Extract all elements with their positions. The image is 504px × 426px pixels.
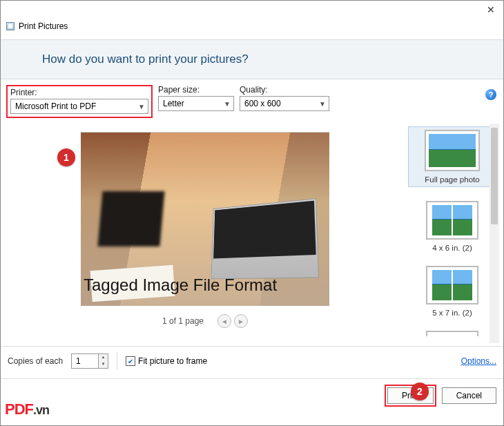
- spinner-up-icon[interactable]: ▲: [98, 354, 108, 361]
- options-row: Printer: Microsoft Print to PDF ▼ Paper …: [1, 79, 503, 118]
- scrollbar-thumb[interactable]: [491, 128, 498, 224]
- divider: [117, 352, 117, 370]
- preview-image: Tagged Image File Format: [81, 132, 329, 306]
- layout-thumb-icon: [432, 270, 452, 300]
- layout-more[interactable]: [408, 331, 496, 336]
- layout-thumb-icon: [429, 134, 476, 167]
- next-page-button[interactable]: ►: [234, 314, 248, 328]
- paper-size-dropdown[interactable]: Letter ▼: [158, 96, 234, 111]
- paper-size-label: Paper size:: [158, 85, 234, 95]
- print-pictures-dialog: ✕ Print Pictures How do you want to prin…: [0, 0, 504, 426]
- layout-label: Full page photo: [411, 175, 493, 184]
- preview-object: [98, 191, 165, 246]
- copies-spinner[interactable]: 1 ▲▼: [71, 354, 108, 369]
- watermark-main: PDF: [5, 400, 33, 418]
- bottom-options: Copies of each 1 ▲▼ Fit picture to frame…: [1, 347, 503, 376]
- printer-icon: [6, 22, 14, 30]
- layout-thumb-icon: [453, 205, 472, 235]
- fit-checkbox-row[interactable]: Fit picture to frame: [126, 356, 207, 366]
- printer-value: Microsoft Print to PDF: [15, 101, 96, 111]
- content-area: Tagged Image File Format 1 of 1 page ◄ ►…: [1, 118, 503, 343]
- bottom-buttons: Print Cancel: [1, 379, 503, 414]
- quality-label: Quality:: [240, 85, 329, 95]
- prev-page-button[interactable]: ◄: [217, 314, 231, 328]
- printer-highlight: Printer: Microsoft Print to PDF ▼: [6, 85, 153, 118]
- watermark-sub: .vn: [33, 403, 49, 417]
- pager: 1 of 1 page ◄ ►: [162, 314, 248, 328]
- options-link[interactable]: Options...: [461, 356, 496, 366]
- window-title: Print Pictures: [19, 21, 68, 31]
- titlebar: ✕: [1, 1, 503, 19]
- layout-label: 5 x 7 in. (2): [408, 309, 496, 317]
- header-band: How do you want to print your pictures?: [1, 39, 503, 79]
- layout-thumb-icon: [432, 205, 452, 235]
- preview-object: [211, 198, 319, 279]
- header-question: How do you want to print your pictures?: [1, 52, 503, 66]
- copies-value: 1: [76, 356, 81, 366]
- copies-label: Copies of each: [8, 356, 63, 366]
- chevron-down-icon: ▼: [138, 103, 145, 110]
- chevron-down-icon: ▼: [224, 100, 231, 108]
- annotation-marker-2: 2: [411, 383, 429, 400]
- quality-dropdown[interactable]: 600 x 600 ▼: [240, 96, 329, 111]
- paper-size-value: Letter: [163, 99, 184, 108]
- annotation-marker-1: 1: [57, 148, 75, 166]
- layout-list: Full page photo 4 x 6 in. (2) 5 x 7 in. …: [405, 124, 499, 343]
- printer-dropdown[interactable]: Microsoft Print to PDF ▼: [10, 99, 148, 114]
- layout-5x7[interactable]: 5 x 7 in. (2): [408, 266, 496, 317]
- chevron-down-icon: ▼: [319, 100, 326, 108]
- close-icon[interactable]: ✕: [487, 4, 495, 15]
- spinner-down-icon[interactable]: ▼: [98, 361, 108, 368]
- layout-scrollbar[interactable]: [490, 124, 499, 343]
- cancel-button[interactable]: Cancel: [442, 387, 496, 404]
- print-highlight: Print: [385, 385, 436, 407]
- watermark: PDF.vn: [5, 400, 49, 418]
- pager-text: 1 of 1 page: [162, 316, 204, 326]
- window-title-row: Print Pictures: [1, 19, 503, 39]
- printer-label: Printer:: [10, 88, 148, 97]
- layout-4x6[interactable]: 4 x 6 in. (2): [408, 201, 496, 252]
- help-icon[interactable]: ?: [485, 89, 496, 100]
- fit-checkbox[interactable]: [126, 356, 135, 366]
- layout-full-page[interactable]: Full page photo: [408, 126, 496, 187]
- preview-overlay-text: Tagged Image File Format: [84, 275, 277, 295]
- layout-thumb-icon: [453, 270, 472, 300]
- quality-value: 600 x 600: [244, 99, 281, 108]
- fit-label: Fit picture to frame: [138, 356, 207, 366]
- layout-label: 4 x 6 in. (2): [408, 244, 496, 252]
